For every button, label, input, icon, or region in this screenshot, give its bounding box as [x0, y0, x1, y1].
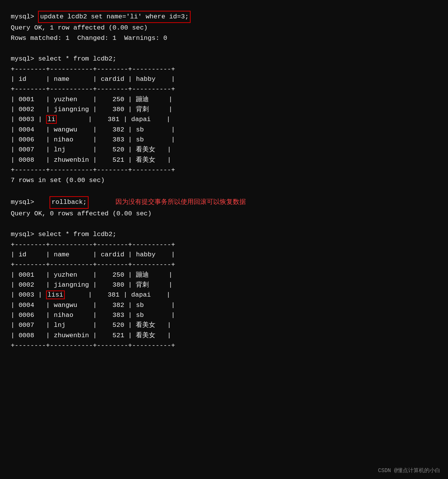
select1-command-line: mysql> select * from lcdb2;	[11, 54, 437, 64]
prompt-3: mysql>	[11, 197, 38, 207]
rollback-command: rollback;	[49, 196, 89, 208]
table1-top: +--------+-----------+--------+---------…	[11, 64, 437, 74]
table1-row-6: | 0008 | zhuwenbin | 521 | 看美女 |	[11, 155, 437, 165]
table1-bottom: +--------+-----------+--------+---------…	[11, 165, 437, 175]
table1-header: | id | name | cardid | habby |	[11, 74, 437, 84]
block-select-2: mysql> select * from lcdb2; +--------+--…	[11, 230, 437, 351]
highlighted-li: li	[46, 115, 57, 124]
blank-1	[11, 44, 437, 54]
prompt-4: mysql>	[11, 231, 38, 238]
prompt-2: mysql>	[11, 55, 38, 62]
update-result-1: Query OK, 1 row affected (0.00 sec)	[11, 23, 437, 33]
highlighted-lisi: lisi	[46, 290, 65, 299]
block-select-1: mysql> select * from lcdb2; +--------+--…	[11, 54, 437, 185]
table1-row-3: | 0004 | wangwu | 382 | sb |	[11, 125, 437, 135]
table2-row-3: | 0004 | wangwu | 382 | sb |	[11, 300, 437, 310]
table2-row-0: | 0001 | yuzhen | 250 | 蹦迪 |	[11, 270, 437, 280]
table2-top: +--------+-----------+--------+---------…	[11, 240, 437, 250]
table1-row-0: | 0001 | yuzhen | 250 | 蹦迪 |	[11, 95, 437, 105]
watermark: CSDN @懂点计算机的小白	[378, 467, 440, 475]
table1-row-5: | 0007 | lnj | 520 | 看美女 |	[11, 145, 437, 155]
update-command: update lcdb2 set name='li' where id=3;	[38, 11, 191, 23]
block-rollback: mysql> rollback; 因为没有提交事务所以使用回滚可以恢复数据 Qu…	[11, 196, 437, 219]
select2-command-line: mysql> select * from lcdb2;	[11, 230, 437, 240]
select1-command: select * from lcdb2;	[38, 55, 116, 62]
table1-sep2: +--------+-----------+--------+---------…	[11, 84, 437, 94]
block-update: mysql> update lcdb2 set name='li' where …	[11, 11, 437, 43]
table2-bottom: +--------+-----------+--------+---------…	[11, 341, 437, 351]
table1-row-4: | 0006 | nihao | 383 | sb |	[11, 135, 437, 145]
table2-row-1: | 0002 | jiangning | 380 | 背刺 |	[11, 280, 437, 290]
table2-row-6: | 0008 | zhuwenbin | 521 | 看美女 |	[11, 331, 437, 341]
table2-row-2: | 0003 | lisi | 381 | dapai |	[11, 290, 437, 300]
table2-header: | id | name | cardid | habby |	[11, 250, 437, 260]
select2-command: select * from lcdb2;	[38, 231, 116, 238]
table1-rowcount: 7 rows in set (0.00 sec)	[11, 176, 437, 185]
terminal-window: mysql> update lcdb2 set name='li' where …	[7, 7, 441, 355]
rollback-result: Query OK, 0 rows affected (0.00 sec)	[11, 209, 437, 219]
table2-sep2: +--------+-----------+--------+---------…	[11, 260, 437, 270]
blank-2	[11, 186, 437, 196]
update-result-2: Rows matched: 1 Changed: 1 Warnings: 0	[11, 33, 437, 43]
table1-row-2: | 0003 | li | 381 | dapai |	[11, 115, 437, 125]
table1-row-1: | 0002 | jiangning | 380 | 背刺 |	[11, 105, 437, 115]
prompt-1: mysql>	[11, 13, 38, 20]
update-command-line: mysql> update lcdb2 set name='li' where …	[11, 11, 437, 23]
blank-3	[11, 220, 437, 230]
rollback-comment: 因为没有提交事务所以使用回滚可以恢复数据	[115, 197, 246, 207]
rollback-line: mysql> rollback; 因为没有提交事务所以使用回滚可以恢复数据	[11, 196, 437, 208]
table2-row-5: | 0007 | lnj | 520 | 看美女 |	[11, 320, 437, 330]
table2-row-4: | 0006 | nihao | 383 | sb |	[11, 310, 437, 320]
